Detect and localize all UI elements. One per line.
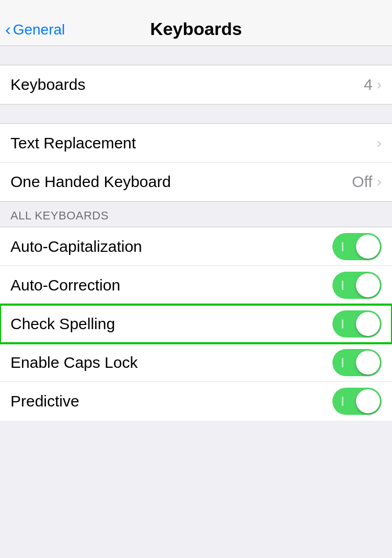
text-replacement-chevron-icon: › xyxy=(377,135,382,152)
text-options-group: Text Replacement › One Handed Keyboard O… xyxy=(0,123,392,202)
toggle-knob xyxy=(356,389,380,413)
section-gap-1 xyxy=(0,46,392,65)
one-handed-keyboard-row[interactable]: One Handed Keyboard Off › xyxy=(0,162,392,201)
auto-correction-row[interactable]: Auto-Correction xyxy=(0,266,392,305)
auto-capitalization-row[interactable]: Auto-Capitalization xyxy=(0,227,392,266)
toggle-knob xyxy=(356,235,380,259)
text-replacement-label: Text Replacement xyxy=(10,134,136,152)
back-label: General xyxy=(13,21,65,38)
all-keyboards-group: Auto-Capitalization Auto-Correction Chec… xyxy=(0,227,392,421)
toggle-knob xyxy=(356,312,380,336)
keyboards-chevron-icon: › xyxy=(377,76,382,93)
toggle-line-icon xyxy=(342,242,343,251)
text-replacement-right: › xyxy=(377,135,382,152)
predictive-toggle[interactable] xyxy=(332,388,382,415)
check-spelling-toggle[interactable] xyxy=(332,310,382,338)
keyboards-row-right: 4 › xyxy=(364,76,382,94)
one-handed-value: Off xyxy=(352,173,372,191)
check-spelling-row[interactable]: Check Spelling xyxy=(0,305,392,343)
enable-caps-lock-row[interactable]: Enable Caps Lock xyxy=(0,343,392,382)
toggle-line-icon xyxy=(342,281,343,290)
all-keyboards-header-text: ALL KEYBOARDS xyxy=(10,209,109,222)
toggle-line-icon xyxy=(342,358,343,367)
predictive-label: Predictive xyxy=(10,392,79,410)
all-keyboards-section-header: ALL KEYBOARDS xyxy=(0,202,392,227)
keyboards-group: Keyboards 4 › xyxy=(0,65,392,104)
auto-capitalization-label: Auto-Capitalization xyxy=(10,238,142,255)
check-spelling-label: Check Spelling xyxy=(10,315,115,333)
text-replacement-row[interactable]: Text Replacement › xyxy=(0,124,392,162)
toggle-line-icon xyxy=(342,397,343,406)
one-handed-label: One Handed Keyboard xyxy=(10,173,171,191)
auto-correction-label: Auto-Correction xyxy=(10,276,120,294)
section-gap-2 xyxy=(0,104,392,123)
auto-capitalization-toggle[interactable] xyxy=(332,233,382,260)
page-title: Keyboards xyxy=(150,19,242,39)
back-button[interactable]: ‹ General xyxy=(0,20,65,39)
toggle-line-icon xyxy=(342,319,343,329)
nav-bar: ‹ General Keyboards xyxy=(0,0,392,46)
one-handed-chevron-icon: › xyxy=(377,173,382,190)
enable-caps-lock-toggle[interactable] xyxy=(332,349,382,376)
auto-correction-toggle[interactable] xyxy=(332,272,382,299)
one-handed-right: Off › xyxy=(352,173,382,191)
keyboards-row[interactable]: Keyboards 4 › xyxy=(0,65,392,104)
enable-caps-lock-label: Enable Caps Lock xyxy=(10,354,138,371)
back-chevron-icon: ‹ xyxy=(5,20,11,39)
toggle-knob xyxy=(356,351,380,375)
predictive-row[interactable]: Predictive xyxy=(0,382,392,421)
keyboards-value: 4 xyxy=(364,76,373,94)
toggle-knob xyxy=(356,273,380,297)
keyboards-label: Keyboards xyxy=(10,76,85,94)
